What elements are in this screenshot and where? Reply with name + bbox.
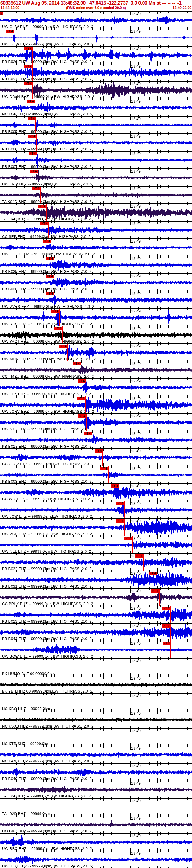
pick-flag[interactable]: ×T 4 <box>43 240 51 243</box>
trace-row[interactable]: 13:49×T 4PB B035 EHZ -- 99999.0km BW HIG… <box>0 256 192 273</box>
minute-label: 13:49 <box>131 624 141 628</box>
pick-flag-text: T 4 <box>54 310 59 313</box>
trace-row[interactable]: 13:49BK HUMO BHZ 00 99999.0km <box>0 658 192 676</box>
trace-row[interactable]: 13:49×T 4UW DAVN BHZ -- 99999.0km BW HIG… <box>0 81 192 98</box>
pick-flag[interactable]: ×T 4 <box>32 187 40 190</box>
trace-row[interactable]: 13:49×T 4UW STD EHZ -- 99999.0km BW HIGH… <box>0 413 192 431</box>
pick-flag[interactable]: ×T 4 <box>46 292 54 295</box>
trace-row[interactable]: 13:49PB B040 EHZ -- 99999.0km BW HIGHPAS… <box>0 763 192 780</box>
pick-flag[interactable]: ×T 4 <box>94 450 103 453</box>
trace-row[interactable]: 13:49×T 4UW LRIV BHZ -- 99999.0km BW HIG… <box>0 168 192 186</box>
pick-flag[interactable]: ×T 4 <box>162 607 170 610</box>
pick-flag-text: T 4 <box>81 379 85 383</box>
trace-row[interactable]: 13:49×T 4PB B003 EHZ -- 99999.0km BW HIG… <box>0 466 192 483</box>
trace-row[interactable]: 13:49×T 4UW BOW EHZ -- 99999.0km BW HIGH… <box>0 641 192 658</box>
trace-row[interactable]: 13:49×T 4PB B017 EHZ -- 99999.0km BW HIG… <box>0 431 192 448</box>
pick-flag[interactable]: ×T 4 <box>84 432 92 435</box>
trace-row[interactable]: 13:49×T 4PB B943 EHZ -- 99999.0km BW HIG… <box>0 623 192 641</box>
trace-label: UO DBO BHZ -- 99999.0km BW HIGHPASS 2.0 … <box>2 829 92 833</box>
trace-row[interactable]: 13:49×T 4TA J04D BHZ -- 99999.0km BW HIG… <box>0 204 192 221</box>
trace-row[interactable]: 13:49×T 4UW JORV EHZ -- 99999.0km BW HIG… <box>0 396 192 413</box>
minute-label: 13:49 <box>131 292 141 296</box>
trace-row[interactable]: 13:49×T 4CC SEP EHZ -- 99999.0km BW HIGH… <box>0 221 192 239</box>
pick-flag[interactable]: ×T 4 <box>73 362 81 365</box>
pick-flag[interactable]: ×T 4 <box>25 65 33 68</box>
pick-flag[interactable]: ×T 4 <box>0 12 3 16</box>
trace-row[interactable]: 13:49×T 4CC PRLK BHZ -- 99999.0km BW HIG… <box>0 588 192 606</box>
trace-row[interactable]: 13:49×T 4UW YACT HHZ -- 99999.0km BW HIG… <box>0 326 192 343</box>
trace-row[interactable]: 13:49×T 4CC TMBU BHZ -- 99999.0km BW HIG… <box>0 361 192 378</box>
minute-label: 13:49 <box>131 834 141 838</box>
pick-flag-text: T 4 <box>57 327 61 330</box>
pick-flag[interactable]: ×T 4 <box>77 397 85 400</box>
pick-flag[interactable]: ×T 4 <box>28 135 36 138</box>
pick-flag[interactable]: ×T 4 <box>149 572 157 575</box>
pick-flag[interactable]: ×T 4 <box>51 310 60 313</box>
trace-row[interactable]: 13:49TA J05D BHZ -- 99999.0km BW HIGHPAS… <box>0 780 192 798</box>
trace-row[interactable]: 13:49×T 4UW JCW EHZ -- 99999.0km BW HIGH… <box>0 501 192 518</box>
trace-row[interactable]: 13:49×T 4UW RCS EHZ -- 99999.0km BW HIGH… <box>0 308 192 326</box>
trace-row[interactable]: 13:49×T 4PB B926 EHZ -- 99999.0km BW HIG… <box>0 46 192 64</box>
trace-row[interactable]: 13:49×T 4TA K04D BHZ -- 99999.0km BW HIG… <box>0 186 192 204</box>
trace-row[interactable]: 13:49×T 4PB B005 EHZ -- 99999.0km BW HIG… <box>0 116 192 133</box>
trace-row[interactable]: 13:49×T 4UW VCR EHZ -- 99999.0km BW HIGH… <box>0 518 192 536</box>
trace-row[interactable]: 13:49×T 4UW GHW EHZ -- 99999.0km BW HIGH… <box>0 11 192 29</box>
trace-row[interactable]: 13:49UW HOG EHZ -- 99999.0km BW HIGHPASS… <box>0 850 192 868</box>
trace-row[interactable]: 13:49NC LAMB EHZ -- 99999.0km BW HIGHPAS… <box>0 746 192 763</box>
pick-flag[interactable]: ×T 4 <box>59 344 68 348</box>
trace-row[interactable]: 13:49×T 4UW ELK EHZ -- 99999.0km BW HIGH… <box>0 378 192 396</box>
pick-flag[interactable]: ×T 4 <box>116 519 124 523</box>
trace-row[interactable]: 13:49UW BBO EHZ -- 99999.0km BW HIGHPASS… <box>0 833 192 850</box>
pick-flag[interactable]: ×T 4 <box>100 467 108 470</box>
pick-flag[interactable]: ×T 4 <box>25 47 33 51</box>
trace-label: CC SEP EHZ -- 99999.0km BW HIGHPASS 2.0 … <box>2 234 91 239</box>
trace-row[interactable]: 13:49×T 4UW GLDO EHZ -- 99999.0km BW HIG… <box>0 239 192 256</box>
pick-flag[interactable]: ×T 4 <box>151 589 159 593</box>
pick-flag[interactable]: ×T 4 <box>78 379 86 383</box>
trace-row[interactable]: 13:49×T 4CC WIZ EHZ -- 99999.0km BW HIGH… <box>0 483 192 501</box>
trace-row[interactable]: 13:49×T 4PB B013 EHZ -- 99999.0km BW HIG… <box>0 606 192 623</box>
trace-row[interactable]: 13:49×T 4PB B031 EHZ -- 99999.0km BW HIG… <box>0 571 192 588</box>
pick-flag-text: T 4 <box>154 589 158 593</box>
pick-flag[interactable]: ×T 4 <box>135 554 144 558</box>
trace-label: PB B943 EHZ -- 99999.0km BW HIGHPASS 2.0… <box>2 637 92 641</box>
trace-row[interactable]: 13:49×T 4PB B006 EHZ -- 99999.0km BW HIG… <box>0 133 192 151</box>
trace-row[interactable]: 13:49NC KBO HHZ -- 99999.0km <box>0 693 192 711</box>
trace-row[interactable]: 13:49TA L02D BHZ -- 99999.0km <box>0 798 192 815</box>
trace-row[interactable]: 13:49×T 4NC LGB EHZ 02 99999.0km BW HIGH… <box>0 98 192 116</box>
pick-flag[interactable]: ×T 4 <box>6 30 14 33</box>
pick-flag[interactable]: ×T 4 <box>162 624 170 627</box>
pick-flag[interactable]: ×T 4 <box>78 414 86 418</box>
trace-row[interactable]: 13:49BK YBH HHZ 00 99999.0km BW HIGHPASS… <box>0 676 192 693</box>
pick-flag[interactable]: ×T 4 <box>38 205 46 208</box>
event-header: 60835612 UW Aug 05, 2014 13:48:32.00 47.… <box>0 0 192 11</box>
pick-flag[interactable]: ×T 4 <box>54 327 62 330</box>
pick-flag[interactable]: ×T 4 <box>111 485 119 488</box>
pick-flag[interactable]: ×T 4 <box>28 117 36 120</box>
pick-flag[interactable]: ×T 4 <box>27 100 35 103</box>
trace-row[interactable]: 13:49×T 4UW MORO EHZ -- 99999.0km BW HIG… <box>0 343 192 361</box>
trace-row[interactable]: 13:49×T 4PB B036 EHZ -- 99999.0km BW HIG… <box>0 273 192 291</box>
pick-flag[interactable]: ×T 4 <box>29 152 37 155</box>
pick-flag[interactable]: ×T 4 <box>124 537 132 540</box>
trace-row[interactable]: 13:49×T 4CC CLCV EHZ -- 99999.0km BW HIG… <box>0 448 192 466</box>
trace-row[interactable]: 13:49×T 4UW NEL EHZ -- 99999.0km BW HIGH… <box>0 536 192 553</box>
trace-row[interactable]: 13:49×T 4UW OOW EHZ -- 99999.0km BW HIGH… <box>0 29 192 46</box>
trace-row[interactable]: 13:49NC KSXB HHZ -- 99999.0km BW HIGHPAS… <box>0 711 192 728</box>
pick-flag-text: T 4 <box>31 135 35 138</box>
minute-label: 13:49 <box>131 467 141 471</box>
pick-flag-text: T 4 <box>9 30 13 33</box>
trace-row[interactable]: 13:49×T 4UW VVHS EHZ -- 99999.0km BW HIG… <box>0 291 192 308</box>
pick-flag[interactable]: ×T 4 <box>40 222 48 225</box>
pick-flag[interactable]: ×T 4 <box>163 642 171 645</box>
pick-flag[interactable]: ×T 4 <box>30 169 38 173</box>
trace-row[interactable]: 13:49NC KTR SHZ -- 99999.0km <box>0 728 192 746</box>
pick-flag[interactable]: ×T 4 <box>116 502 124 505</box>
pick-flag[interactable]: ×T 4 <box>46 275 54 278</box>
trace-row[interactable]: 13:49×T 4PB B927 EHZ -- 99999.0km BW HIG… <box>0 64 192 81</box>
trace-row[interactable]: 13:49×T 4PB B007 EHZ -- 99999.0km BW HIG… <box>0 151 192 168</box>
trace-row[interactable]: 13:49×T 4PB B032 EHZ -- 99999.0km BW HIG… <box>0 553 192 571</box>
pick-flag[interactable]: ×T 4 <box>46 257 54 260</box>
trace-row[interactable]: 13:49UO DBO BHZ -- 99999.0km BW HIGHPASS… <box>0 815 192 833</box>
pick-flag[interactable]: ×T 4 <box>25 82 33 85</box>
